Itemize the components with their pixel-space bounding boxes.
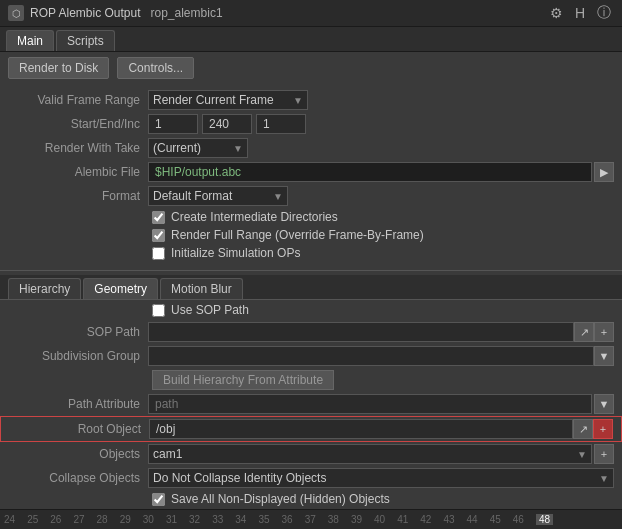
- checkbox-create-intermediate-row: Create Intermediate Directories: [0, 208, 622, 226]
- alembic-file-row: Alembic File $HIP/output.abc ▶: [0, 160, 622, 184]
- subdivision-group-control: ▼: [148, 346, 614, 366]
- root-object-row: Root Object ↗ +: [0, 416, 622, 442]
- subdivision-group-dropdown-btn[interactable]: ▼: [594, 346, 614, 366]
- checkbox-render-full-range-row: Render Full Range (Override Frame-By-Fra…: [0, 226, 622, 244]
- tab-motion-blur[interactable]: Motion Blur: [160, 278, 243, 299]
- use-sop-path-row: Use SOP Path: [0, 300, 622, 320]
- format-row: Format Default Format ▼: [0, 184, 622, 208]
- info-icon-btn[interactable]: ⓘ: [594, 4, 614, 22]
- objects-value: cam1: [153, 447, 182, 461]
- save-non-displayed-label: Save All Non-Displayed (Hidden) Objects: [171, 492, 390, 506]
- save-non-displayed-checkbox[interactable]: [152, 493, 165, 506]
- sub-tabs-bar: Hierarchy Geometry Motion Blur: [0, 275, 622, 300]
- use-sop-path-checkbox[interactable]: [152, 304, 165, 317]
- node-name: rop_alembic1: [151, 6, 223, 20]
- chevron-down-icon: ▼: [293, 95, 303, 106]
- controls-button[interactable]: Controls...: [117, 57, 194, 79]
- chevron-down-icon: ▼: [273, 191, 283, 202]
- checkbox-init-sim-row: Initialize Simulation OPs: [0, 244, 622, 262]
- settings-icon-btn[interactable]: ⚙: [547, 5, 566, 21]
- bottom-ruler: 24 25 26 27 28 29 30 31 32 33 34 35 36 3…: [0, 509, 622, 529]
- form-section: Valid Frame Range Render Current Frame ▼…: [0, 84, 622, 266]
- format-value: Default Format: [153, 189, 232, 203]
- collapse-objects-value: Do Not Collapse Identity Objects: [153, 471, 326, 485]
- sop-path-input[interactable]: [148, 322, 574, 342]
- app-title: ROP Alembic Output: [30, 6, 141, 20]
- collapse-objects-label: Collapse Objects: [8, 471, 148, 485]
- separator: [0, 270, 622, 271]
- init-sim-label: Initialize Simulation OPs: [171, 246, 300, 260]
- collapse-objects-select[interactable]: Do Not Collapse Identity Objects ▼: [148, 468, 614, 488]
- root-object-input[interactable]: [149, 419, 573, 439]
- title-bar: ⬡ ROP Alembic Output rop_alembic1 ⚙ H ⓘ: [0, 0, 622, 27]
- tab-scripts[interactable]: Scripts: [56, 30, 115, 51]
- build-hierarchy-button[interactable]: Build Hierarchy From Attribute: [152, 370, 334, 390]
- root-object-control: ↗ +: [149, 419, 613, 439]
- render-full-range-label: Render Full Range (Override Frame-By-Fra…: [171, 228, 424, 242]
- objects-row: Objects cam1 ▼ +: [0, 442, 622, 466]
- use-sop-path-label: Use SOP Path: [171, 303, 249, 317]
- format-control: Default Format ▼: [148, 186, 614, 206]
- path-attribute-row: Path Attribute ▼: [0, 392, 622, 416]
- ruler-numbers: 24 25 26 27 28 29 30 31 32 33 34 35 36 3…: [4, 514, 618, 525]
- sop-path-extra-btn[interactable]: +: [594, 322, 614, 342]
- sop-path-pick-btn[interactable]: ↗: [574, 322, 594, 342]
- current-frame: 48: [536, 514, 553, 525]
- start-end-inc-control: [148, 114, 614, 134]
- sop-path-control: ↗ +: [148, 322, 614, 342]
- start-end-inc-label: Start/End/Inc: [8, 117, 148, 131]
- path-attribute-label: Path Attribute: [8, 397, 148, 411]
- title-bar-right: ⚙ H ⓘ: [547, 4, 614, 22]
- end-field[interactable]: [202, 114, 252, 134]
- start-end-inc-row: Start/End/Inc: [0, 112, 622, 136]
- alembic-file-input[interactable]: $HIP/output.abc: [148, 162, 592, 182]
- inc-field[interactable]: [256, 114, 306, 134]
- valid-frame-range-label: Valid Frame Range: [8, 93, 148, 107]
- subdivision-group-input[interactable]: [148, 346, 594, 366]
- format-label: Format: [8, 189, 148, 203]
- start-field[interactable]: [148, 114, 198, 134]
- valid-frame-range-select[interactable]: Render Current Frame ▼: [148, 90, 308, 110]
- tab-geometry[interactable]: Geometry: [83, 278, 158, 299]
- objects-extra-btn[interactable]: +: [594, 444, 614, 464]
- save-non-displayed-row: Save All Non-Displayed (Hidden) Objects: [0, 490, 622, 508]
- alembic-pick-icon[interactable]: ▶: [594, 162, 614, 182]
- help-icon-btn[interactable]: H: [572, 5, 588, 21]
- main-tabs-bar: Main Scripts: [0, 27, 622, 52]
- root-object-label: Root Object: [9, 422, 149, 436]
- build-hierarchy-row: Build Hierarchy From Attribute: [0, 368, 622, 392]
- rop-icon: ⬡: [8, 5, 24, 21]
- valid-frame-range-value: Render Current Frame: [153, 93, 274, 107]
- valid-frame-range-row: Valid Frame Range Render Current Frame ▼: [0, 88, 622, 112]
- path-attribute-input[interactable]: [148, 394, 592, 414]
- init-sim-checkbox[interactable]: [152, 247, 165, 260]
- tab-hierarchy[interactable]: Hierarchy: [8, 278, 81, 299]
- action-bar: Render to Disk Controls...: [0, 52, 622, 84]
- create-intermediate-checkbox[interactable]: [152, 211, 165, 224]
- objects-select[interactable]: cam1 ▼: [148, 444, 592, 464]
- objects-arrow-icon: ▼: [577, 449, 587, 460]
- render-with-take-row: Render With Take (Current) ▼: [0, 136, 622, 160]
- render-with-take-control: (Current) ▼: [148, 138, 614, 158]
- sop-path-label: SOP Path: [8, 325, 148, 339]
- subdivision-group-row: Subdivision Group ▼: [0, 344, 622, 368]
- title-bar-left: ⬡ ROP Alembic Output rop_alembic1: [8, 5, 223, 21]
- root-object-pick-btn[interactable]: ↗: [573, 419, 593, 439]
- window-title: ROP Alembic Output rop_alembic1: [30, 6, 223, 20]
- render-to-disk-button[interactable]: Render to Disk: [8, 57, 109, 79]
- sop-path-row: SOP Path ↗ +: [0, 320, 622, 344]
- render-full-range-checkbox[interactable]: [152, 229, 165, 242]
- hierarchy-content: Use SOP Path SOP Path ↗ + Subdivision Gr…: [0, 300, 622, 529]
- render-with-take-label: Render With Take: [8, 141, 148, 155]
- collapse-objects-row: Collapse Objects Do Not Collapse Identit…: [0, 466, 622, 490]
- format-select[interactable]: Default Format ▼: [148, 186, 288, 206]
- chevron-down-icon: ▼: [233, 143, 243, 154]
- root-object-extra-btn[interactable]: +: [593, 419, 613, 439]
- render-with-take-value: (Current): [153, 141, 201, 155]
- render-with-take-select[interactable]: (Current) ▼: [148, 138, 248, 158]
- alembic-file-label: Alembic File: [8, 165, 148, 179]
- tab-main[interactable]: Main: [6, 30, 54, 51]
- path-attr-dropdown-btn[interactable]: ▼: [594, 394, 614, 414]
- valid-frame-range-control: Render Current Frame ▼: [148, 90, 614, 110]
- objects-label: Objects: [8, 447, 148, 461]
